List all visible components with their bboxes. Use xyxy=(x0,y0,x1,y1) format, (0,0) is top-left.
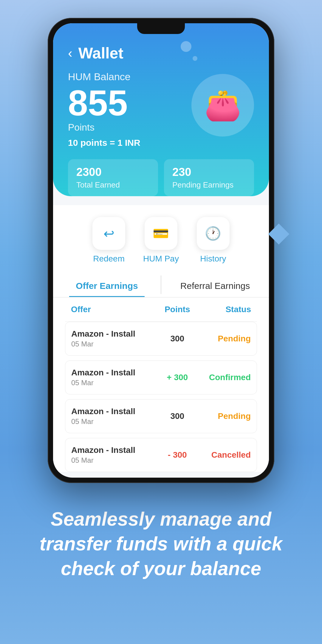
wallet-icon: 👛 xyxy=(204,88,242,123)
status-2: Confirmed xyxy=(202,373,251,382)
col-header-offer: Offer xyxy=(71,305,153,314)
redeem-button[interactable]: ↩ Redeem xyxy=(92,217,125,264)
offer-cell-2: Amazon - Install 05 Mar xyxy=(71,368,153,387)
history-icon: 🕐 xyxy=(205,226,221,241)
redeem-icon-wrap: ↩ xyxy=(92,217,125,250)
total-earned-label: Total Earned xyxy=(76,180,120,189)
header-row: ‹ Wallet xyxy=(68,44,254,62)
points-label: Points xyxy=(68,122,191,133)
offer-cell-4: Amazon - Install 05 Mar xyxy=(71,445,153,465)
table-row: Amazon - Install 05 Mar 300 Pending xyxy=(65,399,257,433)
tabs-row: Offer Earnings Referral Earnings xyxy=(53,273,269,298)
bottom-tagline: Seamlessly manage and transfer funds wit… xyxy=(24,507,298,581)
status-1: Pending xyxy=(202,334,251,343)
conversion-rate: 10 points = 1 INR xyxy=(68,138,191,148)
hum-pay-icon-wrap: 💳 xyxy=(145,217,177,250)
pending-value: 230 xyxy=(172,166,246,179)
tab-referral-earnings[interactable]: Referral Earnings xyxy=(161,273,269,297)
points-val-4: - 300 xyxy=(153,450,202,460)
pending-label: Pending Earnings xyxy=(172,180,233,189)
offer-name-3: Amazon - Install xyxy=(71,407,153,416)
bottom-text-section: Seamlessly manage and transfer funds wit… xyxy=(0,483,322,599)
phone-wrapper: ‹ Wallet HUM Balance 855 Points 10 point… xyxy=(48,18,274,483)
table-row: Amazon - Install 05 Mar 300 Pending xyxy=(65,322,257,356)
top-section: ‹ Wallet HUM Balance 855 Points 10 point… xyxy=(53,23,269,196)
balance-row: HUM Balance 855 Points 10 points = 1 INR… xyxy=(68,71,254,156)
col-header-status: Status xyxy=(202,305,251,314)
total-earned-value: 2300 xyxy=(76,166,150,179)
stats-row: 2300 Total Earned 230 Pending Earnings xyxy=(68,159,254,196)
redeem-icon: ↩ xyxy=(103,226,114,241)
actions-row: ↩ Redeem 💳 HUM Pay 🕐 History xyxy=(53,205,269,273)
hum-pay-button[interactable]: 💳 HUM Pay xyxy=(143,217,179,264)
offer-name-1: Amazon - Install xyxy=(71,329,153,339)
offer-cell-3: Amazon - Install 05 Mar xyxy=(71,407,153,426)
notch xyxy=(137,23,185,34)
phone-screen: ‹ Wallet HUM Balance 855 Points 10 point… xyxy=(53,23,269,478)
table-row: Amazon - Install 05 Mar - 300 Cancelled xyxy=(65,438,257,472)
total-earned-card: 2300 Total Earned xyxy=(68,159,158,196)
deco-circle-2 xyxy=(193,56,197,61)
history-button[interactable]: 🕐 History xyxy=(197,217,230,264)
history-label: History xyxy=(200,254,226,264)
tab-offer-earnings[interactable]: Offer Earnings xyxy=(53,273,161,297)
table-section: Offer Points Status Amazon - Install 05 … xyxy=(53,298,269,472)
table-row: Amazon - Install 05 Mar + 300 Confirmed xyxy=(65,360,257,394)
redeem-label: Redeem xyxy=(93,254,125,264)
hum-balance-label: HUM Balance xyxy=(68,71,191,83)
back-button[interactable]: ‹ xyxy=(68,46,72,61)
page-title: Wallet xyxy=(78,44,123,62)
offer-cell-1: Amazon - Install 05 Mar xyxy=(71,329,153,348)
status-4: Cancelled xyxy=(202,450,251,460)
status-3: Pending xyxy=(202,411,251,421)
hum-pay-label: HUM Pay xyxy=(143,254,179,264)
points-val-3: 300 xyxy=(153,411,202,421)
offer-name-2: Amazon - Install xyxy=(71,368,153,377)
offer-name-4: Amazon - Install xyxy=(71,445,153,455)
deco-circle-1 xyxy=(181,41,191,52)
pending-earnings-card: 230 Pending Earnings xyxy=(164,159,254,196)
points-val-2: + 300 xyxy=(153,373,202,382)
balance-left: HUM Balance 855 Points 10 points = 1 INR xyxy=(68,71,191,156)
col-header-points: Points xyxy=(153,305,202,314)
points-val-1: 300 xyxy=(153,334,202,343)
points-number: 855 xyxy=(68,85,191,121)
hum-pay-icon: 💳 xyxy=(153,226,169,241)
wallet-icon-circle: 👛 xyxy=(191,74,254,137)
offer-date-4: 05 Mar xyxy=(71,456,153,465)
offer-date-3: 05 Mar xyxy=(71,417,153,426)
phone-frame: ‹ Wallet HUM Balance 855 Points 10 point… xyxy=(48,18,274,483)
table-header: Offer Points Status xyxy=(65,298,257,322)
offer-date-1: 05 Mar xyxy=(71,340,153,348)
history-icon-wrap: 🕐 xyxy=(197,217,230,250)
offer-date-2: 05 Mar xyxy=(71,379,153,387)
